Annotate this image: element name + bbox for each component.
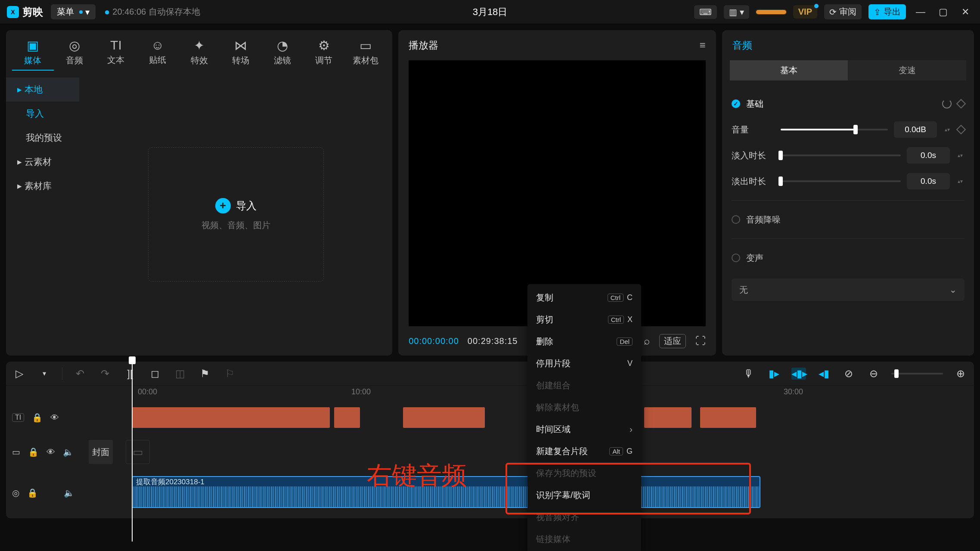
mute-icon[interactable]: 🔈 [64, 488, 74, 498]
mute-icon[interactable]: 🔈 [63, 447, 74, 457]
inspector-tab-speed[interactable]: 变速 [848, 60, 966, 80]
promo-banner[interactable] [756, 10, 786, 14]
playhead[interactable] [132, 361, 133, 542]
filter-icon: ◔ [277, 38, 288, 53]
ctx-disable[interactable]: 停用片段V [527, 353, 641, 375]
redo-icon[interactable]: ↷ [98, 368, 112, 380]
zoom-slider[interactable] [891, 373, 943, 375]
select-tool-icon[interactable]: ▷ [12, 368, 27, 380]
drop-hint: 视频、音频、图片 [202, 220, 270, 231]
select-tool-dropdown-icon[interactable]: ▾ [37, 369, 52, 378]
keyframe-icon[interactable] [956, 99, 966, 109]
eye-icon[interactable]: 👁 [47, 447, 55, 457]
freeze-icon[interactable]: ◫ [173, 368, 187, 380]
volume-stepper[interactable]: ▴▾ [943, 127, 952, 133]
empty-video-slot[interactable]: ▭ [126, 440, 150, 464]
undo-icon[interactable]: ↶ [73, 368, 87, 380]
menu-button[interactable]: 菜单 ▾ [51, 4, 96, 19]
window-maximize-icon[interactable]: ▢ [935, 6, 951, 18]
ruler-mark: 00:00 [138, 387, 157, 396]
fadeout-stepper[interactable]: ▴▾ [956, 178, 964, 184]
window-minimize-icon[interactable]: — [913, 6, 928, 18]
nav-cloud[interactable]: ▸ 云素材 [6, 150, 79, 174]
tab-asset-pack[interactable]: ▭素材包 [345, 34, 387, 71]
ctx-copy[interactable]: 复制CtrlC [527, 287, 641, 309]
zoom-icon[interactable]: ⌕ [644, 335, 650, 347]
fadeout-value[interactable]: 0.0s [907, 173, 950, 189]
zoom-in-icon[interactable]: ⊕ [953, 368, 968, 380]
volume-label: 音量 [732, 124, 775, 136]
menu-label: 菜单 [57, 6, 74, 18]
reset-icon[interactable] [942, 99, 952, 108]
ruler-mark: 30:00 [784, 387, 803, 396]
zoom-out-icon[interactable]: ⊖ [866, 368, 881, 380]
tab-effect[interactable]: ✦特效 [178, 34, 220, 71]
align-left-icon[interactable]: ▮▸ [766, 368, 781, 380]
ctx-time-range[interactable]: 时间区域› [527, 418, 641, 440]
ctx-ungroup-pack: 解除素材包 [527, 396, 641, 418]
tab-transition[interactable]: ⋈转场 [220, 34, 262, 71]
autosave-text: 自动保存本地 [149, 6, 200, 18]
lock-icon[interactable]: 🔒 [27, 488, 38, 498]
fadeout-slider[interactable] [781, 180, 901, 182]
ctx-group: 创建组合 [527, 375, 641, 396]
nav-library[interactable]: ▸ 素材库 [6, 174, 79, 198]
keyboard-shortcut-button[interactable]: ⌨ [694, 5, 717, 19]
ctx-cut[interactable]: 剪切CtrlX [527, 309, 641, 331]
lock-icon[interactable]: 🔒 [28, 447, 39, 457]
tab-audio[interactable]: ◎音频 [54, 34, 96, 71]
tab-media[interactable]: ▣媒体 [12, 34, 54, 71]
mic-icon[interactable]: 🎙 [741, 368, 756, 380]
ctx-delete[interactable]: 删除Del [527, 331, 641, 353]
tab-text[interactable]: TI文本 [95, 34, 137, 71]
transition-icon: ⋈ [234, 38, 247, 53]
player-menu-icon[interactable]: ≡ [700, 39, 706, 51]
eye-icon[interactable]: 👁 [50, 413, 59, 423]
export-button[interactable]: ⇪ 导出 [868, 4, 906, 19]
text-icon: TI [110, 38, 122, 53]
nav-local[interactable]: ▸ 本地 [6, 77, 79, 102]
nav-presets[interactable]: 我的预设 [6, 126, 79, 150]
fadein-slider[interactable] [781, 155, 901, 156]
app-logo: X 剪映 [7, 5, 43, 19]
lock-icon[interactable]: 🔒 [32, 412, 43, 423]
ctx-compound[interactable]: 新建复合片段AltG [527, 440, 641, 462]
cover-thumbnail[interactable]: 封面 [89, 440, 113, 464]
marker2-icon[interactable]: ⚐ [223, 368, 237, 380]
align-right-icon[interactable]: ◂▮ [816, 368, 831, 380]
tab-sticker[interactable]: ☺贴纸 [137, 34, 179, 71]
review-button[interactable]: ⟳ 审阅 [824, 4, 862, 19]
window-close-icon[interactable]: ✕ [958, 6, 973, 18]
nav-import[interactable]: 导入 [6, 102, 79, 126]
tool-tabs: ▣媒体 ◎音频 TI文本 ☺贴纸 ✦特效 ⋈转场 ◔滤镜 ⚙调节 ▭素材包 [6, 30, 392, 73]
tab-adjust[interactable]: ⚙调节 [303, 34, 345, 71]
basic-check-icon[interactable]: ✓ [732, 99, 740, 108]
tab-filter[interactable]: ◔滤镜 [261, 34, 303, 71]
volume-slider[interactable] [781, 129, 888, 130]
denoise-check-icon[interactable]: ✓ [732, 215, 740, 224]
voicefx-check-icon[interactable]: ✓ [732, 254, 740, 262]
volume-keyframe-icon[interactable] [956, 125, 966, 135]
marker-icon[interactable]: ⚑ [198, 368, 212, 380]
sticker-icon: ☺ [151, 38, 164, 53]
annotation-text: 右键音频 [367, 459, 467, 492]
media-icon: ▣ [27, 38, 39, 53]
voicefx-select[interactable]: 无 ⌄ [732, 279, 964, 301]
inspector-tab-basic[interactable]: 基本 [730, 60, 848, 80]
layout-button[interactable]: ▥ ▾ [724, 5, 749, 19]
magnet-icon[interactable]: ⊘ [841, 368, 856, 380]
vip-button[interactable]: VIP [793, 5, 817, 19]
align-center-icon[interactable]: ◂▮▸ [791, 368, 806, 380]
export-label: 导出 [884, 6, 901, 18]
fit-button[interactable]: 适应 [659, 334, 686, 348]
import-drop-zone[interactable]: + 导入 视频、音频、图片 [148, 147, 324, 282]
video-track-icon: ▭ [12, 447, 20, 457]
fadein-stepper[interactable]: ▴▾ [956, 152, 964, 158]
drop-label: 导入 [236, 199, 257, 213]
split-icon[interactable]: ]​[ [123, 368, 137, 380]
fadein-value[interactable]: 0.0s [907, 147, 950, 164]
volume-value[interactable]: 0.0dB [894, 121, 937, 138]
crop-icon[interactable]: ◻ [148, 368, 162, 380]
fullscreen-icon[interactable]: ⛶ [695, 335, 706, 347]
voicefx-label: 变声 [746, 252, 763, 264]
